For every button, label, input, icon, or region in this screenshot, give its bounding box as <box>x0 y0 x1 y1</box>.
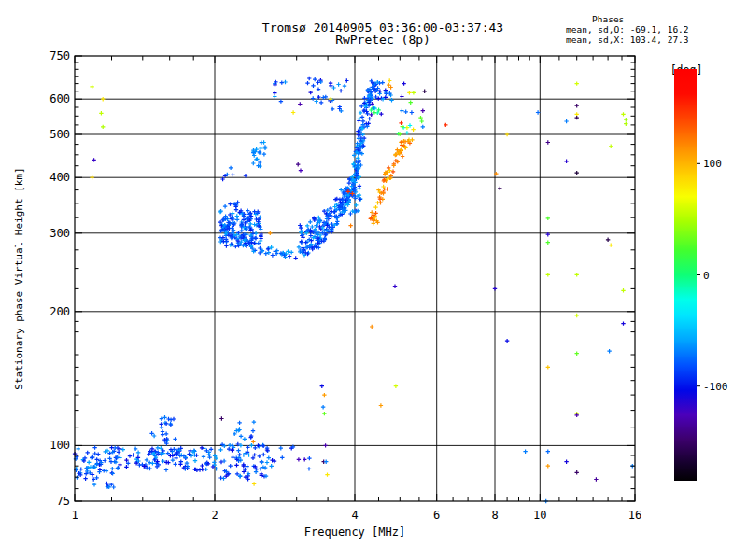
y-tick-label: 400 <box>49 171 70 184</box>
y-tick-label: 300 <box>49 227 70 240</box>
colorbar-tick-label: -100 <box>703 381 728 393</box>
y-tick-label: 100 <box>49 439 70 452</box>
y-tick-label: 500 <box>49 128 70 141</box>
x-tick-label: 6 <box>433 509 440 522</box>
ionogram-plot-window: Tromsø 20140905 03:36:00-03:37:43 RwPret… <box>0 0 747 560</box>
y-tick-label: 600 <box>49 92 70 105</box>
x-tick-label: 1 <box>71 509 78 522</box>
colorbar-tick-label: 0 <box>703 270 710 282</box>
scatter-points <box>73 77 635 503</box>
y-tick-label: 75 <box>57 495 70 508</box>
x-tick-label: 2 <box>211 509 218 522</box>
gridlines <box>75 56 635 501</box>
x-tick-label: 8 <box>491 509 498 522</box>
x-tick-label: 16 <box>628 509 641 522</box>
x-tick-label: 4 <box>351 509 358 522</box>
y-tick-label: 750 <box>49 49 70 63</box>
colorbar: 1000-100 <box>674 69 728 481</box>
x-tick-label: 10 <box>533 509 546 522</box>
scatter-plot-canvas: 124681016750600500400300200100751000-100 <box>0 0 747 560</box>
colorbar-tick-label: 100 <box>703 158 722 170</box>
y-tick-label: 200 <box>49 305 70 318</box>
